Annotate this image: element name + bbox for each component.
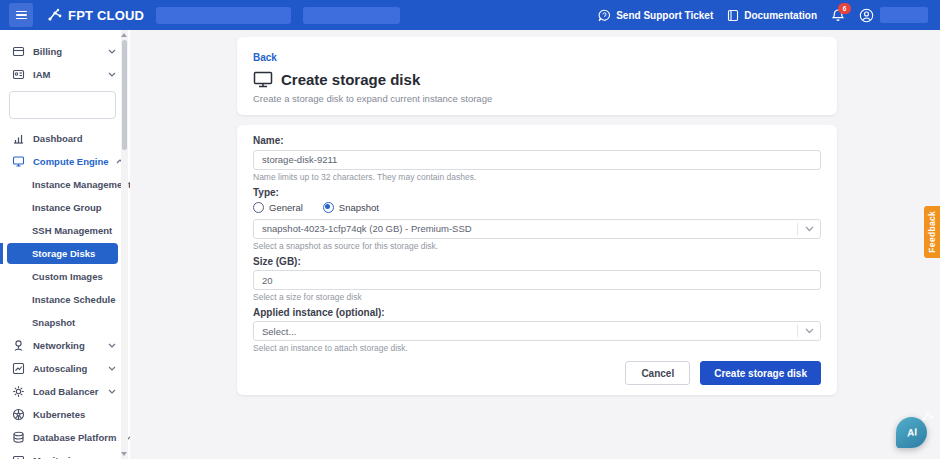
sidebar-scrollbar[interactable] xyxy=(121,30,128,459)
create-storage-disk-button[interactable]: Create storage disk xyxy=(700,361,821,385)
sidebar-item-instance-management[interactable]: Instance Management xyxy=(0,173,118,196)
chevron-down-icon xyxy=(108,343,116,348)
sidebar-item-storage-disks[interactable]: Storage Disks xyxy=(7,243,118,264)
type-radio-group: General Snapshot xyxy=(253,201,821,214)
back-link[interactable]: Back xyxy=(253,52,277,63)
create-storage-disk-form: Name: Name limits up to 32 characters. T… xyxy=(237,125,837,395)
sidebar-item-label: Monitoring xyxy=(33,455,82,459)
name-help-text: Name limits up to 32 characters. They ma… xyxy=(253,172,821,182)
sidebar-item-label: Autoscaling xyxy=(33,363,87,374)
chevron-down-icon xyxy=(797,223,820,235)
billing-icon xyxy=(12,45,25,58)
page-title: Create storage disk xyxy=(281,71,420,88)
sidebar-item-custom-images[interactable]: Custom Images xyxy=(0,265,118,288)
notifications-button[interactable]: 6 xyxy=(831,8,845,23)
sidebar-item-load-balancer[interactable]: Load Balancer xyxy=(0,380,130,403)
sidebar-item-monitoring[interactable]: Monitoring xyxy=(0,449,130,459)
applied-instance-help-text: Select an instance to attach storage dis… xyxy=(253,343,821,353)
scrollbar-thumb[interactable] xyxy=(122,40,127,150)
snapshot-select-value: snapshot-4023-1cfp74qk (20 GB) - Premium… xyxy=(254,223,797,234)
sidebar-item-label: Networking xyxy=(33,340,85,351)
sidebar-item-database-platform[interactable]: Database Platform xyxy=(0,426,130,449)
hamburger-menu-icon[interactable] xyxy=(9,3,33,27)
scroll-down-icon[interactable] xyxy=(121,452,127,456)
sidebar: Billing IAM Dashboard xyxy=(0,30,130,459)
snapshot-help-text: Select a snapshot as source for this sto… xyxy=(253,241,821,251)
send-support-ticket-label: Send Support Ticket xyxy=(616,10,713,21)
notification-badge: 6 xyxy=(838,3,851,14)
sidebar-item-instance-schedule[interactable]: Instance Schedule xyxy=(0,288,118,311)
sidebar-item-label: Compute Engine xyxy=(33,156,108,167)
scroll-up-icon[interactable] xyxy=(121,33,127,37)
compute-engine-icon xyxy=(12,155,25,168)
fpt-logo-icon xyxy=(47,8,63,22)
networking-icon xyxy=(12,339,25,352)
cancel-button[interactable]: Cancel xyxy=(625,361,690,385)
support-chat-icon xyxy=(598,9,611,22)
iam-icon xyxy=(12,68,25,81)
redacted-field-1[interactable] xyxy=(156,7,291,24)
sidebar-item-autoscaling[interactable]: Autoscaling xyxy=(0,357,130,380)
storage-disk-icon xyxy=(253,71,273,88)
chevron-down-icon xyxy=(797,325,820,337)
applied-instance-label: Applied instance (optional): xyxy=(253,307,821,318)
project-selector[interactable] xyxy=(9,91,116,119)
applied-instance-select-value: Select... xyxy=(254,326,797,337)
page-subtitle: Create a storage disk to expand current … xyxy=(253,93,821,104)
redacted-field-2[interactable] xyxy=(303,7,400,24)
sidebar-item-ssh-management[interactable]: SSH Management xyxy=(0,219,118,242)
size-label: Size (GB): xyxy=(253,256,821,267)
brand-logo[interactable]: FPT CLOUD xyxy=(47,8,144,23)
feedback-tab[interactable]: Feedback xyxy=(924,206,940,258)
documentation-label: Documentation xyxy=(744,10,817,21)
sidebar-item-label: Dashboard xyxy=(33,133,83,144)
radio-circle-icon xyxy=(253,202,264,213)
radio-label: General xyxy=(269,202,303,213)
user-menu[interactable] xyxy=(859,7,928,23)
send-support-ticket-link[interactable]: Send Support Ticket xyxy=(598,9,713,22)
load-balancer-icon xyxy=(12,385,25,398)
user-avatar-icon xyxy=(859,8,874,23)
sidebar-item-compute-engine[interactable]: Compute Engine xyxy=(0,150,130,173)
radio-circle-icon xyxy=(323,202,334,213)
radio-snapshot[interactable]: Snapshot xyxy=(323,202,379,213)
radio-general[interactable]: General xyxy=(253,202,303,213)
ai-chat-button[interactable]: AI xyxy=(896,417,927,448)
type-label: Type: xyxy=(253,187,821,198)
molecule-icon xyxy=(921,411,934,422)
chevron-down-icon xyxy=(108,49,116,54)
sidebar-item-label: Database Platform xyxy=(33,432,116,443)
applied-instance-select[interactable]: Select... xyxy=(253,321,821,341)
documentation-icon xyxy=(727,9,739,22)
monitoring-icon xyxy=(12,454,25,459)
feedback-label: Feedback xyxy=(927,211,937,253)
chevron-down-icon xyxy=(108,366,116,371)
redacted-username xyxy=(880,7,928,23)
page-header-card: Back Create storage disk Create a storag… xyxy=(237,37,837,115)
sidebar-item-label: IAM xyxy=(33,69,50,80)
sidebar-item-label: Kubernetes xyxy=(33,409,85,420)
topbar: FPT CLOUD Send Support Ticket Documentat… xyxy=(0,0,940,30)
chevron-down-icon xyxy=(108,72,116,77)
sidebar-item-kubernetes[interactable]: Kubernetes xyxy=(0,403,130,426)
chevron-down-icon xyxy=(108,389,116,394)
snapshot-select[interactable]: snapshot-4023-1cfp74qk (20 GB) - Premium… xyxy=(253,219,821,239)
sidebar-item-dashboard[interactable]: Dashboard xyxy=(0,127,130,150)
ai-logo: AI xyxy=(906,427,918,439)
autoscaling-icon xyxy=(12,362,25,375)
sidebar-item-iam[interactable]: IAM xyxy=(0,63,130,86)
name-label: Name: xyxy=(253,135,821,146)
dashboard-icon xyxy=(12,132,25,145)
sidebar-item-label: Load Balancer xyxy=(33,386,98,397)
main-content: Back Create storage disk Create a storag… xyxy=(130,30,940,459)
radio-label: Snapshot xyxy=(339,202,379,213)
sidebar-item-networking[interactable]: Networking xyxy=(0,334,130,357)
name-input[interactable] xyxy=(253,150,821,170)
sidebar-item-snapshot[interactable]: Snapshot xyxy=(0,311,118,334)
size-input[interactable] xyxy=(253,270,821,290)
sidebar-item-billing[interactable]: Billing xyxy=(0,40,130,63)
kubernetes-icon xyxy=(12,408,25,421)
sidebar-item-label: Billing xyxy=(33,46,62,57)
sidebar-item-instance-group[interactable]: Instance Group xyxy=(0,196,118,219)
documentation-link[interactable]: Documentation xyxy=(727,9,817,22)
